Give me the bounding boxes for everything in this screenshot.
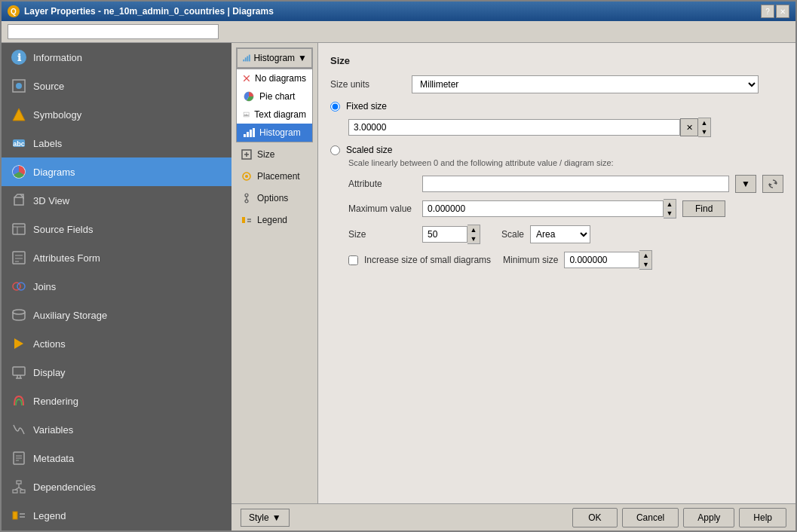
apply-button[interactable]: Apply — [683, 508, 734, 527]
min-size-label: Minimum size — [503, 255, 558, 265]
fixed-size-input[interactable]: 3.00000 — [348, 119, 680, 136]
fixed-size-spin-down[interactable]: ▼ — [698, 127, 710, 136]
svg-text:abc: abc — [244, 113, 249, 117]
sidebar-item-information[interactable]: ℹ Information — [2, 43, 231, 72]
increase-size-checkbox[interactable] — [348, 255, 358, 265]
cancel-button[interactable]: Cancel — [622, 508, 679, 527]
min-size-spin-down[interactable]: ▼ — [639, 260, 651, 269]
sidebar-item-joins[interactable]: Joins — [2, 272, 231, 301]
diagram-type-label: Histogram — [253, 53, 295, 63]
size-spin-up[interactable]: ▲ — [467, 225, 480, 234]
min-size-input[interactable]: 0.000000 — [564, 252, 639, 268]
style-button[interactable]: Style ▼ — [241, 509, 290, 527]
labels-icon: abc — [11, 135, 27, 151]
sidebar-item-dependencies[interactable]: Dependencies — [2, 472, 231, 501]
help-btn[interactable]: ? — [761, 5, 774, 18]
text-diagram-label: Text diagram — [254, 109, 306, 120]
option-pie-chart[interactable]: Pie chart — [237, 87, 312, 105]
help-button[interactable]: Help — [739, 508, 786, 527]
sidebar-item-label: Attributes Form — [33, 252, 100, 264]
find-button[interactable]: Find — [682, 200, 725, 217]
sidebar-item-attributesform[interactable]: Attributes Form — [2, 243, 231, 272]
max-value-spin-up[interactable]: ▲ — [664, 200, 676, 209]
sidebar-item-label: Actions — [33, 338, 66, 350]
nav-size-label: Size — [257, 149, 274, 160]
3dview-icon — [11, 192, 27, 209]
max-value-spin-down[interactable]: ▼ — [664, 209, 676, 218]
sidebar-item-display[interactable]: Display — [2, 358, 231, 387]
option-no-diagrams[interactable]: No diagrams — [237, 69, 312, 87]
svg-rect-33 — [13, 512, 17, 519]
fixed-size-clear-btn[interactable]: ✕ — [680, 118, 698, 136]
search-input[interactable] — [8, 24, 219, 39]
sidebar-item-sourcefields[interactable]: Source Fields — [2, 215, 231, 243]
histogram-icon — [242, 51, 250, 65]
sidebar-item-label: Dependencies — [33, 482, 96, 493]
diagram-type-menu: No diagrams Pie chart abc Text diagram — [236, 69, 313, 142]
sidebar-item-rendering[interactable]: Rendering — [2, 387, 231, 415]
sidebar-item-3dview[interactable]: 3D View — [2, 186, 231, 215]
display-icon — [11, 364, 27, 381]
size-spin-down[interactable]: ▼ — [467, 234, 480, 243]
scaled-size-radio[interactable] — [330, 145, 340, 155]
min-size-spin-up[interactable]: ▲ — [639, 251, 651, 260]
svg-rect-29 — [20, 490, 25, 493]
nav-options[interactable]: Options — [235, 188, 314, 209]
pie-chart-option-icon — [243, 90, 255, 102]
sidebar-item-label: Joins — [33, 281, 56, 292]
svg-rect-47 — [250, 130, 252, 137]
dependencies-icon — [11, 478, 27, 495]
refresh-icon — [768, 179, 778, 189]
sidebar-item-labels[interactable]: abc Labels — [2, 129, 231, 157]
svg-point-55 — [245, 200, 248, 203]
information-icon: ℹ — [11, 49, 27, 66]
svg-rect-19 — [13, 367, 25, 375]
fixed-size-radio[interactable] — [330, 102, 340, 112]
fixed-size-spin-up[interactable]: ▲ — [698, 118, 710, 127]
scale-select[interactable]: Area Diameter — [530, 225, 590, 243]
sidebar-item-label: Labels — [33, 138, 62, 149]
attribute-label: Attribute — [348, 179, 416, 189]
increase-size-row: Increase size of small diagrams Minimum … — [348, 250, 783, 270]
scale-info-text: Scale linearly between 0 and the followi… — [348, 158, 783, 167]
svg-marker-2 — [13, 109, 25, 121]
size-scale-row: Size 50 ▲ ▼ Scale Area Diameter — [348, 225, 783, 244]
max-value-input[interactable]: 0.000000 — [422, 200, 664, 217]
attribute-input[interactable] — [422, 176, 729, 192]
legend-icon — [11, 507, 27, 524]
sidebar-item-legend[interactable]: Legend — [2, 501, 231, 530]
diagram-type-dropdown[interactable]: Histogram ▼ — [236, 47, 313, 69]
title-bar: Q Layer Properties - ne_10m_admin_0_coun… — [2, 2, 795, 21]
bottom-bar: Style ▼ OK Cancel Apply Help — [231, 503, 795, 530]
size-row-label: Size — [348, 229, 416, 240]
attribute-refresh-btn[interactable] — [762, 175, 783, 193]
option-histogram[interactable]: Histogram — [237, 124, 312, 142]
sidebar-item-actions[interactable]: Actions — [2, 329, 231, 358]
sidebar-item-auxiliarystorage[interactable]: Auxiliary Storage — [2, 301, 231, 329]
sidebar: ℹ Information Source Symbology abc — [2, 43, 231, 530]
dropdown-arrow-icon: ▼ — [298, 53, 307, 63]
pie-chart-label: Pie chart — [259, 91, 295, 102]
nav-legend[interactable]: Legend — [235, 209, 314, 231]
style-label: Style — [249, 512, 269, 523]
sourcefields-icon — [11, 221, 27, 237]
sidebar-item-symbology[interactable]: Symbology — [2, 100, 231, 129]
close-btn[interactable]: ✕ — [776, 5, 789, 18]
window-title: Layer Properties - ne_10m_admin_0_countr… — [24, 6, 274, 17]
sidebar-item-source[interactable]: Source — [2, 72, 231, 100]
svg-point-17 — [13, 310, 25, 314]
option-text-diagram[interactable]: abc Text diagram — [237, 105, 312, 124]
no-diagrams-label: No diagrams — [255, 73, 306, 84]
histogram-label: Histogram — [259, 127, 301, 138]
nav-placement[interactable]: Placement — [235, 166, 314, 187]
attribute-dropdown-btn[interactable]: ▼ — [735, 175, 756, 193]
sidebar-item-metadata[interactable]: Metadata — [2, 444, 231, 472]
sidebar-item-diagrams[interactable]: Diagrams — [2, 157, 231, 186]
size-value-input[interactable]: 50 — [422, 226, 467, 243]
nav-size[interactable]: Size — [235, 144, 314, 165]
ok-button[interactable]: OK — [572, 508, 618, 527]
sidebar-item-label: Metadata — [33, 453, 74, 464]
text-diagram-icon: abc — [243, 109, 250, 121]
size-units-select[interactable]: Millimeter Pixel Point Inch — [412, 75, 759, 93]
sidebar-item-variables[interactable]: Variables — [2, 415, 231, 444]
